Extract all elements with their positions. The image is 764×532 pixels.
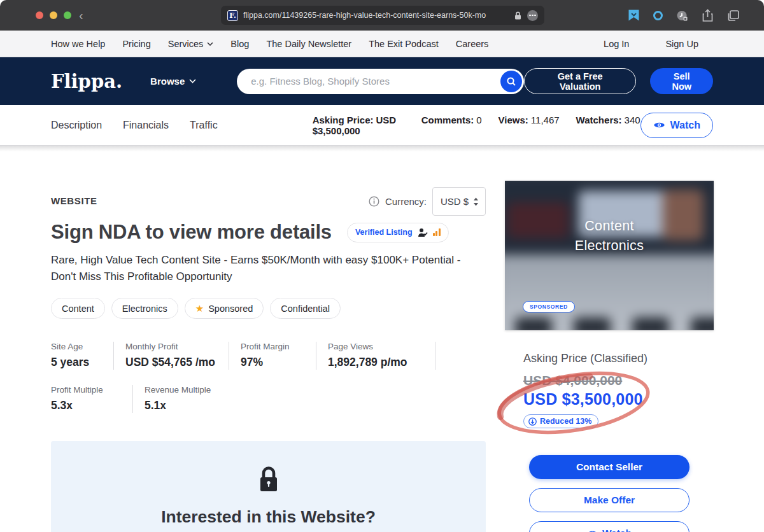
interested-heading: Interested in this Website? — [161, 507, 376, 527]
tag-sponsored[interactable]: ★ Sponsored — [185, 298, 264, 319]
make-offer-button[interactable]: Make Offer — [529, 488, 690, 512]
listing-type-label: WEBSITE — [51, 187, 97, 206]
stats-row-2: Profit Multiple 5.3x Revenue Multiple 5.… — [51, 385, 486, 413]
extension-bookmark-icon[interactable] — [628, 9, 640, 22]
chevron-down-icon — [189, 79, 196, 83]
stats-row-1: Site Age 5 years Monthly Profit USD $54,… — [51, 342, 486, 370]
search-input[interactable] — [251, 76, 506, 87]
star-icon: ★ — [195, 303, 204, 314]
stat-profit-multiple: Profit Multiple 5.3x — [51, 385, 121, 412]
minimize-window-button[interactable] — [50, 11, 57, 19]
select-arrows-icon — [473, 197, 479, 206]
info-icon[interactable] — [369, 196, 379, 207]
tab-financials[interactable]: Financials — [123, 120, 169, 131]
url-text: flippa.com/11439265-rare-high-value-tech… — [243, 11, 509, 20]
lock-icon — [514, 11, 521, 20]
asking-price-block: Asking Price (Classified) USD $4,000,000… — [505, 352, 714, 428]
subnav-shadow — [0, 145, 764, 151]
verified-listing-badge[interactable]: Verified Listing — [347, 223, 449, 242]
asking-price-label: Asking Price (Classified) — [523, 352, 714, 365]
preview-card-title: Content Electronics — [505, 216, 714, 256]
nav-careers[interactable]: Careers — [456, 39, 489, 49]
page-options-icon[interactable] — [527, 10, 538, 21]
flippa-logo[interactable]: Flippa. — [51, 71, 122, 92]
address-bar[interactable]: F. flippa.com/11439265-rare-high-value-t… — [221, 6, 544, 25]
search-box — [237, 69, 524, 94]
nav-how-we-help[interactable]: How we Help — [51, 39, 105, 49]
views-metric: Views:11,467 — [499, 115, 560, 125]
browse-menu[interactable]: Browse — [150, 76, 196, 87]
tag-confidential[interactable]: Confidential — [270, 298, 341, 319]
stat-profit-margin: Profit Margin 97% — [241, 342, 304, 369]
stat-site-age: Site Age 5 years — [51, 342, 102, 369]
close-window-button[interactable] — [36, 11, 43, 19]
contact-seller-button[interactable]: Contact Seller — [529, 455, 690, 479]
performance-bars-icon — [433, 228, 441, 236]
nav-daily-newsletter[interactable]: The Daily Newsletter — [266, 39, 351, 49]
browser-back-button[interactable]: ‹ — [79, 8, 83, 22]
stat-monthly-profit: Monthly Profit USD $54,765 /mo — [125, 342, 217, 369]
tab-traffic[interactable]: Traffic — [190, 120, 218, 131]
price-drop-icon — [528, 417, 537, 426]
watch-button[interactable]: Watch — [640, 113, 713, 138]
stat-revenue-multiple: Revenue Multiple 5.1x — [145, 385, 217, 412]
eye-icon — [653, 121, 665, 129]
asking-price-metric: Asking Price:USD $3,500,000 — [313, 115, 405, 136]
old-price: USD $4,000,000 — [523, 373, 714, 388]
listing-metrics: Asking Price:USD $3,500,000 Comments:0 V… — [313, 115, 640, 136]
tag-electronics[interactable]: Electronics — [111, 298, 178, 319]
listing-subnav: Description Financials Traffic Asking Pr… — [0, 105, 764, 145]
fullscreen-window-button[interactable] — [64, 11, 71, 19]
extension-ring-icon[interactable] — [653, 11, 663, 20]
comments-metric: Comments:0 — [421, 115, 482, 125]
sidebar-watch-button[interactable]: Watch — [529, 521, 690, 532]
login-link[interactable]: Log In — [604, 39, 629, 49]
lock-icon — [257, 466, 280, 493]
nav-blog[interactable]: Blog — [230, 39, 249, 49]
verified-person-icon — [418, 228, 428, 237]
eye-icon — [587, 529, 598, 532]
stat-page-views: Page Views 1,892,789 p/mo — [328, 342, 423, 369]
window-controls — [36, 11, 71, 19]
nav-exit-podcast[interactable]: The Exit Podcast — [369, 39, 439, 49]
currency-select[interactable]: USD $ — [432, 187, 486, 216]
tab-description[interactable]: Description — [51, 120, 102, 131]
tag-content[interactable]: Content — [51, 298, 105, 319]
share-icon[interactable] — [702, 9, 714, 22]
sponsored-badge: SPONSORED — [523, 301, 575, 312]
search-icon — [506, 76, 516, 87]
browser-chrome: ‹ F. flippa.com/11439265-rare-high-value… — [0, 0, 764, 31]
listing-description: Rare, High Value Tech Content Site - Ear… — [51, 252, 468, 284]
nav-pricing[interactable]: Pricing — [122, 39, 150, 49]
tag-list: Content Electronics ★ Sponsored Confiden… — [51, 298, 486, 319]
signup-link[interactable]: Sign Up — [665, 39, 698, 49]
new-price: USD $3,500,000 — [523, 390, 714, 409]
site-header: Flippa. Browse Get a Free Valuation Sell… — [0, 57, 764, 105]
interested-panel: Interested in this Website? — [51, 441, 486, 532]
utility-nav: How we Help Pricing Services Blog The Da… — [0, 31, 764, 57]
sell-now-button[interactable]: Sell Now — [650, 68, 713, 94]
search-button[interactable] — [500, 71, 522, 92]
reduced-badge: Reduced 13% — [523, 414, 598, 428]
listing-title: Sign NDA to view more details — [51, 221, 332, 244]
free-valuation-button[interactable]: Get a Free Valuation — [524, 68, 637, 94]
history-extension-icon[interactable] — [676, 10, 688, 22]
chevron-down-icon — [207, 42, 213, 46]
tab-overview-icon[interactable] — [727, 10, 740, 22]
site-favicon: F. — [227, 10, 238, 21]
currency-label: Currency: — [385, 196, 427, 207]
nav-services[interactable]: Services — [168, 39, 214, 49]
watchers-metric: Watchers:340 — [576, 115, 640, 125]
listing-preview-card[interactable]: Content Electronics SPONSORED — [505, 181, 714, 330]
listing-sidebar: Content Electronics SPONSORED Asking Pri… — [505, 181, 714, 532]
currency-selector-group: Currency: USD $ — [369, 187, 486, 216]
